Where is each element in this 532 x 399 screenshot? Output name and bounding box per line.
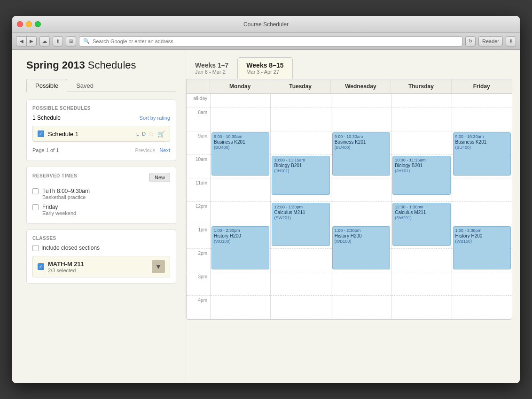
monday-4pm <box>211 296 270 319</box>
week-tabs: Weeks 1–7 Jan 6 - Mar 2 Weeks 8–15 Mar 3… <box>186 57 512 79</box>
event-calculus-tuesday[interactable]: 12:00 - 1:30pm Calculus M211 (SW201) <box>272 203 329 246</box>
wednesday-column: 9:00 - 10:30am Business K201 (BU400) 1:0… <box>331 94 391 319</box>
wednesday-11am <box>331 178 391 202</box>
address-bar[interactable]: 🔍 <box>79 36 462 46</box>
page-title: Spring 2013 Schedules <box>26 59 176 71</box>
time-12pm: 12pm <box>187 202 210 225</box>
event-history-monday[interactable]: 1:00 - 2:30pm History H200 (WB100) <box>211 226 269 269</box>
class-dropdown-arrow[interactable]: ▼ <box>152 260 165 273</box>
calendar-body: all-day 8am 9am 10am 11am 12pm 1pm 2pm 3… <box>187 94 512 319</box>
reader-button[interactable]: Reader <box>478 36 503 46</box>
include-closed-label: Include closed sections <box>41 245 100 251</box>
close-button[interactable] <box>17 21 23 27</box>
event-history-wednesday[interactable]: 1:00 - 2:30pm History H200 (WB100) <box>332 226 390 269</box>
event-biology-tuesday[interactable]: 10:00 - 11:15am Biology B201 (JH101) <box>272 156 329 195</box>
tab-possible[interactable]: Possible <box>26 79 67 92</box>
friday-allday <box>452 94 512 108</box>
share-button[interactable]: ⬆ <box>53 36 63 46</box>
maximize-button[interactable] <box>35 21 41 27</box>
tuesday-3pm <box>271 272 330 296</box>
friday-column: 9:00 - 10:30am Business K201 (BU400) 1:0… <box>452 94 512 319</box>
nav-buttons: ◀ ▶ <box>16 36 37 46</box>
schedule-link-l[interactable]: L <box>136 131 139 137</box>
event-biology-thursday[interactable]: 10:00 - 11:15am Biology B201 (JH101) <box>392 156 450 195</box>
monday-11am <box>211 178 270 202</box>
sort-by-rating-link[interactable]: Sort by rating <box>140 115 170 121</box>
reserved-times-title: RESERVED TIMES <box>32 173 77 178</box>
classes-title: CLASSES <box>32 236 170 241</box>
new-reserved-time-button[interactable]: New <box>149 173 170 182</box>
class-item: ✓ MATH-M 211 2/3 selected ▼ <box>32 256 170 277</box>
friday-3pm <box>452 272 512 296</box>
star-icon[interactable]: ☆ <box>149 130 155 138</box>
week-tab-1-7[interactable]: Weeks 1–7 Jan 6 - Mar 2 <box>186 57 237 79</box>
reserved-desc-2: Early weekend <box>42 210 76 216</box>
monday-12pm <box>211 202 270 225</box>
wednesday-9am: 9:00 - 10:30am Business K201 (BU400) <box>331 131 391 155</box>
wednesday-3pm <box>331 272 391 296</box>
prev-page[interactable]: Previous <box>135 147 155 153</box>
traffic-lights <box>17 21 41 27</box>
tuesday-header: Tuesday <box>270 79 330 93</box>
tuesday-9am <box>271 131 330 155</box>
class-name: MATH-M 211 <box>48 261 84 268</box>
friday-9am: 9:00 - 10:30am Business K201 (BU400) <box>452 131 512 155</box>
thursday-10am: 10:00 - 11:15am Biology B201 (JH101) <box>391 155 451 178</box>
event-calculus-thursday[interactable]: 12:00 - 1:30pm Calculus M211 (SW201) <box>392 203 450 246</box>
time-9am: 9am <box>187 131 210 155</box>
sidebar: Spring 2013 Schedules Possible Saved POS… <box>12 50 186 383</box>
monday-3pm <box>211 272 270 296</box>
include-closed-checkbox[interactable] <box>32 245 39 251</box>
wednesday-allday <box>331 94 391 108</box>
tab-bar: Possible Saved <box>26 79 176 92</box>
address-input[interactable] <box>93 38 458 44</box>
wednesday-8am <box>331 108 391 131</box>
schedule-item: ✓ Schedule 1 L D ☆ 🛒 <box>32 126 170 142</box>
class-checkbox[interactable]: ✓ <box>38 263 44 270</box>
wednesday-4pm <box>331 296 391 319</box>
forward-button[interactable]: ▶ <box>26 36 37 46</box>
time-2pm: 2pm <box>187 249 210 272</box>
tuesday-12pm: 12:00 - 1:30pm Calculus M211 (SW201) <box>271 202 330 225</box>
reserved-checkbox-1[interactable] <box>32 188 39 194</box>
thursday-allday <box>391 94 451 108</box>
thursday-2pm <box>391 249 451 272</box>
friday-header: Friday <box>452 79 512 93</box>
titlebar: Course Scheduler <box>12 16 520 33</box>
monday-8am <box>211 108 270 131</box>
minimize-button[interactable] <box>26 21 32 27</box>
monday-allday <box>211 94 270 108</box>
wednesday-header: Wednesday <box>331 79 391 93</box>
possible-schedules-section: POSSIBLE SCHEDULES 1 Schedule Sort by ra… <box>26 100 176 161</box>
time-4pm: 4pm <box>187 296 210 319</box>
schedule-checkbox[interactable]: ✓ <box>38 130 44 137</box>
cart-icon[interactable]: 🛒 <box>157 130 165 138</box>
week-tab-8-15[interactable]: Weeks 8–15 Mar 3 - Apr 27 <box>237 57 292 79</box>
classes-section: CLASSES Include closed sections ✓ MATH-M… <box>26 230 176 284</box>
class-sub: 2/3 selected <box>48 268 84 273</box>
back-button[interactable]: ◀ <box>16 36 26 46</box>
friday-1pm: 1:00 - 2:30pm History H200 (WB100) <box>452 225 512 249</box>
event-business-wednesday[interactable]: 9:00 - 10:30am Business K201 (BU400) <box>332 132 390 176</box>
event-history-friday[interactable]: 1:00 - 2:30pm History H200 (WB100) <box>453 226 511 269</box>
event-business-friday[interactable]: 9:00 - 10:30am Business K201 (BU400) <box>453 132 511 176</box>
calendar-area: Weeks 1–7 Jan 6 - Mar 2 Weeks 8–15 Mar 3… <box>186 50 520 383</box>
thursday-header: Thursday <box>391 79 451 93</box>
time-10am: 10am <box>187 155 210 178</box>
downloads-button[interactable]: ⬇ <box>506 36 516 46</box>
next-page[interactable]: Next <box>159 147 170 153</box>
tuesday-8am <box>271 108 330 131</box>
cloud-button[interactable]: ☁ <box>39 36 50 46</box>
tuesday-10am: 10:00 - 11:15am Biology B201 (JH101) <box>271 155 330 178</box>
schedule-link-d[interactable]: D <box>142 131 146 137</box>
refresh-button[interactable]: ↻ <box>465 36 476 46</box>
tab-saved[interactable]: Saved <box>67 79 102 92</box>
monday-column: 9:00 - 10:30am Business K201 (BU400) 1:0… <box>210 94 270 319</box>
reserved-item-2: Friday Early weekend <box>32 202 170 218</box>
main-window: Course Scheduler ◀ ▶ ☁ ⬆ ⊞ 🔍 ↻ Reader ⬇ … <box>12 16 520 383</box>
calendar-header: Monday Tuesday Wednesday Thursday Friday <box>187 79 512 94</box>
reserved-checkbox-2[interactable] <box>32 204 39 210</box>
event-business-monday[interactable]: 9:00 - 10:30am Business K201 (BU400) <box>211 132 269 176</box>
browser-toolbar: ◀ ▶ ☁ ⬆ ⊞ 🔍 ↻ Reader ⬇ <box>12 33 520 50</box>
reader-view-button[interactable]: ⊞ <box>66 36 76 46</box>
